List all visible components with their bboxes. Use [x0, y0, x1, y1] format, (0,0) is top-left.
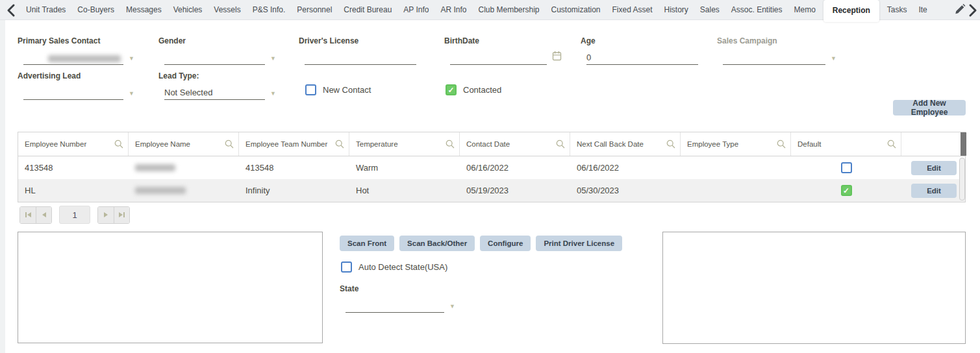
field-state: State ▼: [340, 284, 444, 313]
tab-reception[interactable]: Reception: [823, 0, 879, 22]
table-scrollbar-top[interactable]: [961, 132, 966, 156]
column-temperature[interactable]: Temperature: [349, 132, 460, 156]
cell-temperature: Warm: [349, 156, 460, 179]
contacted-label: Contacted: [463, 85, 501, 95]
search-icon: [446, 140, 455, 149]
tab-co-buyers[interactable]: Co-Buyers: [73, 0, 118, 19]
column-label: Employee Type: [687, 140, 738, 148]
state-select[interactable]: ▼: [346, 298, 444, 313]
column-employee-number[interactable]: Employee Number: [18, 132, 129, 156]
redacted-value: [135, 187, 186, 194]
column-label: Default: [798, 140, 821, 148]
primary-sales-contact-select[interactable]: ▼: [23, 50, 123, 65]
tab-unit-trades[interactable]: Unit Trades: [22, 0, 69, 19]
first-page-button[interactable]: [20, 207, 36, 223]
birthdate-input[interactable]: [450, 50, 547, 65]
tab-tasks[interactable]: Tasks: [883, 0, 911, 19]
tab-ar-info[interactable]: AR Info: [436, 0, 470, 19]
cell-default: [791, 156, 901, 179]
column-employee-team-number[interactable]: Employee Team Number: [239, 132, 349, 156]
advertising-lead-select[interactable]: ▼: [23, 85, 123, 100]
previous-page-button[interactable]: [36, 207, 51, 223]
new-contact-checkbox[interactable]: [305, 84, 316, 95]
tab-ps-info[interactable]: P&S Info.: [249, 0, 290, 19]
chevron-down-icon[interactable]: ▼: [270, 90, 276, 97]
pagination: 1: [19, 206, 130, 224]
scan-front-button[interactable]: Scan Front: [340, 236, 394, 251]
chevron-down-icon[interactable]: ▼: [449, 303, 455, 310]
table-row[interactable]: HL Infinity Hot 05/19/2023 05/30/2023 ✓ …: [18, 179, 965, 202]
tab-assoc-entities[interactable]: Assoc. Entities: [727, 0, 786, 19]
cell-next-call-back-date: 05/30/2023: [570, 179, 681, 202]
column-next-call-back-date[interactable]: Next Call Back Date: [570, 132, 681, 156]
forward-chevron-icon[interactable]: [968, 3, 978, 18]
column-label: Employee Team Number: [245, 140, 327, 148]
cell-temperature: Hot: [349, 179, 460, 202]
tab-fixed-asset[interactable]: Fixed Asset: [608, 0, 656, 19]
pagination-back-group: [19, 206, 52, 224]
tab-history[interactable]: History: [660, 0, 692, 19]
configure-button[interactable]: Configure: [480, 236, 531, 251]
scan-back-other-button[interactable]: Scan Back/Other: [399, 236, 475, 251]
chevron-down-icon[interactable]: ▼: [831, 55, 836, 62]
contacted-checkbox[interactable]: ✓: [446, 84, 457, 95]
lead-type-value: Not Selected: [164, 88, 212, 97]
column-employee-name[interactable]: Employee Name: [129, 132, 239, 156]
back-chevron-icon[interactable]: [5, 3, 17, 18]
age-value: 0: [586, 53, 591, 62]
default-checkbox[interactable]: ✓: [841, 185, 852, 196]
calendar-icon[interactable]: [552, 51, 562, 63]
search-icon: [556, 140, 565, 149]
check-icon: ✓: [843, 186, 849, 195]
next-page-button[interactable]: [98, 207, 114, 223]
tab-credit-bureau[interactable]: Credit Bureau: [340, 0, 396, 19]
column-default[interactable]: Default: [791, 132, 901, 156]
column-employee-type[interactable]: Employee Type: [681, 132, 791, 156]
employee-table: Employee Number Employee Name Employee T…: [18, 132, 966, 202]
gender-select[interactable]: ▼: [164, 50, 265, 65]
chevron-down-icon[interactable]: ▼: [270, 55, 276, 62]
cell-employee-type: [681, 179, 791, 202]
lead-type-label: Lead Type:: [158, 71, 265, 80]
column-contact-date[interactable]: Contact Date: [460, 132, 570, 156]
chevron-down-icon[interactable]: ▼: [129, 55, 134, 62]
tab-vessels[interactable]: Vessels: [210, 0, 244, 19]
cell-actions: Edit: [901, 179, 966, 202]
next-page-icon: [104, 212, 108, 217]
pagination-forward-group: [97, 206, 130, 224]
edit-button[interactable]: Edit: [911, 184, 957, 198]
tab-items-truncated[interactable]: Ite: [914, 0, 931, 19]
last-page-button[interactable]: [114, 207, 129, 223]
drivers-license-input[interactable]: [305, 50, 416, 65]
tab-personnel[interactable]: Personnel: [293, 0, 336, 19]
tab-messages[interactable]: Messages: [122, 0, 166, 19]
column-label: Contact Date: [466, 140, 510, 148]
cell-default: ✓: [791, 179, 901, 202]
current-page-indicator[interactable]: 1: [59, 206, 90, 224]
tab-bar: Unit Trades Co-Buyers Messages Vehicles …: [0, 0, 980, 20]
edit-button[interactable]: Edit: [911, 161, 957, 175]
cell-employee-type: [681, 156, 791, 179]
sales-campaign-select[interactable]: ▼: [723, 50, 825, 65]
table-scrollbar-thumb[interactable]: [959, 158, 965, 201]
age-input[interactable]: 0: [586, 50, 698, 65]
sales-campaign-label: Sales Campaign: [717, 36, 825, 45]
column-actions: [901, 132, 961, 156]
add-new-employee-button[interactable]: Add New Employee: [893, 100, 966, 116]
first-page-icon: [25, 212, 27, 217]
tab-customization[interactable]: Customization: [547, 0, 604, 19]
table-row[interactable]: 413548 413548 Warm 06/16/2022 06/16/2022…: [18, 156, 965, 179]
cell-contact-date: 05/19/2023: [460, 179, 570, 202]
tab-sales[interactable]: Sales: [696, 0, 723, 19]
print-driver-license-button[interactable]: Print Driver License: [536, 236, 622, 251]
auto-detect-state-checkbox[interactable]: [341, 262, 352, 273]
chevron-down-icon[interactable]: ▼: [129, 90, 134, 97]
lead-type-select[interactable]: Not Selected ▼: [164, 85, 265, 100]
default-checkbox[interactable]: [841, 162, 852, 173]
tab-vehicles[interactable]: Vehicles: [170, 0, 207, 19]
tab-ap-info[interactable]: AP Info: [399, 0, 433, 19]
edit-pencil-icon[interactable]: [954, 4, 966, 16]
tab-memo[interactable]: Memo: [790, 0, 819, 19]
tab-club-membership[interactable]: Club Membership: [474, 0, 543, 19]
auto-detect-state-label: Auto Detect State(USA): [358, 262, 447, 272]
